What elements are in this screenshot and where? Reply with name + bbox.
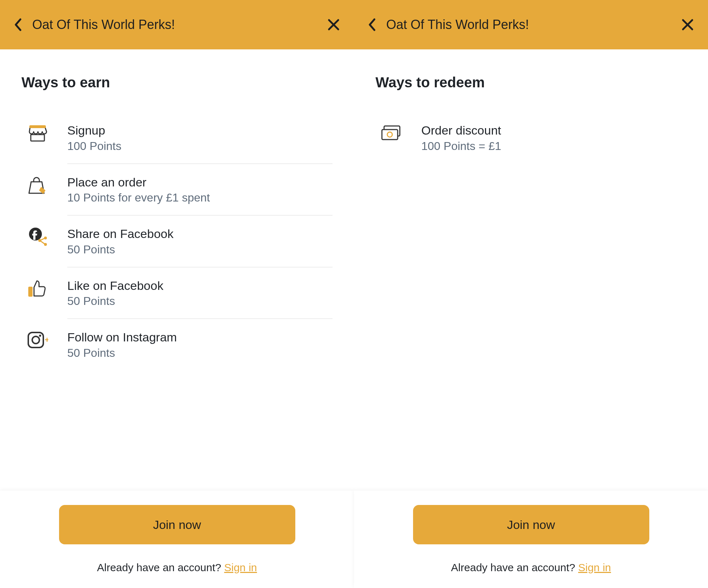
instagram-icon: + [25, 330, 50, 351]
section-title-earn: Ways to earn [21, 74, 333, 91]
sign-in-link[interactable]: Sign in [578, 562, 611, 573]
redeem-panel: Oat Of This World Perks! Ways to redeem … [354, 0, 708, 588]
close-button[interactable] [682, 19, 694, 31]
redeem-content: Ways to redeem Order discount 100 Points… [354, 49, 708, 491]
like-icon [25, 278, 50, 300]
earn-content: Ways to earn Signup 100 Points Place an … [0, 49, 354, 491]
earn-list: Signup 100 Points Place an order 10 Poin… [21, 112, 333, 370]
header: Oat Of This World Perks! [0, 0, 354, 49]
store-icon [25, 123, 50, 144]
item-value: 10 Points for every £1 spent [67, 191, 210, 204]
join-button[interactable]: Join now [413, 505, 649, 544]
svg-point-9 [39, 335, 41, 337]
item-value: 100 Points [67, 140, 121, 153]
list-item[interactable]: + Follow on Instagram 50 Points [21, 319, 333, 370]
chevron-left-icon [368, 18, 375, 31]
header-title: Oat Of This World Perks! [32, 17, 175, 32]
svg-point-4 [44, 237, 47, 239]
item-label: Signup [67, 123, 121, 138]
item-label: Order discount [421, 123, 501, 138]
item-value: 50 Points [67, 346, 177, 360]
already-text: Already have an account? Sign in [0, 562, 354, 574]
svg-rect-6 [28, 287, 33, 297]
redeem-list: Order discount 100 Points = £1 [375, 112, 687, 164]
svg-point-8 [32, 336, 39, 344]
list-item[interactable]: Signup 100 Points [21, 112, 333, 164]
item-value: 50 Points [67, 295, 163, 308]
facebook-share-icon [25, 226, 50, 248]
header: Oat Of This World Perks! [354, 0, 708, 49]
item-label: Like on Facebook [67, 278, 163, 293]
close-icon [682, 19, 694, 31]
list-item[interactable]: Like on Facebook 50 Points [21, 267, 333, 319]
footer: Join now Already have an account? Sign i… [354, 491, 708, 588]
earn-panel: Oat Of This World Perks! Ways to earn Si… [0, 0, 354, 588]
item-value: 100 Points = £1 [421, 140, 501, 153]
item-label: Follow on Instagram [67, 330, 177, 345]
header-title: Oat Of This World Perks! [386, 17, 529, 32]
list-item[interactable]: Place an order 10 Points for every £1 sp… [21, 164, 333, 215]
bag-icon [25, 175, 50, 196]
svg-rect-0 [31, 135, 44, 141]
list-item[interactable]: Share on Facebook 50 Points [21, 215, 333, 267]
already-text: Already have an account? Sign in [354, 562, 708, 574]
list-item[interactable]: Order discount 100 Points = £1 [375, 112, 687, 164]
item-value: 50 Points [67, 243, 174, 256]
svg-rect-7 [28, 332, 43, 348]
back-button[interactable] [368, 18, 375, 31]
svg-text:+: + [45, 335, 48, 344]
footer: Join now Already have an account? Sign i… [0, 491, 354, 588]
section-title-redeem: Ways to redeem [375, 74, 687, 91]
item-label: Share on Facebook [67, 226, 174, 242]
sign-in-link[interactable]: Sign in [224, 562, 257, 573]
item-label: Place an order [67, 175, 210, 190]
already-prefix: Already have an account? [451, 562, 578, 573]
back-button[interactable] [14, 18, 21, 31]
already-prefix: Already have an account? [97, 562, 224, 573]
svg-rect-1 [29, 125, 46, 128]
money-icon [379, 123, 404, 144]
svg-rect-12 [382, 130, 398, 140]
close-button[interactable] [328, 19, 340, 31]
chevron-left-icon [14, 18, 21, 31]
join-button[interactable]: Join now [59, 505, 295, 544]
close-icon [328, 19, 340, 31]
